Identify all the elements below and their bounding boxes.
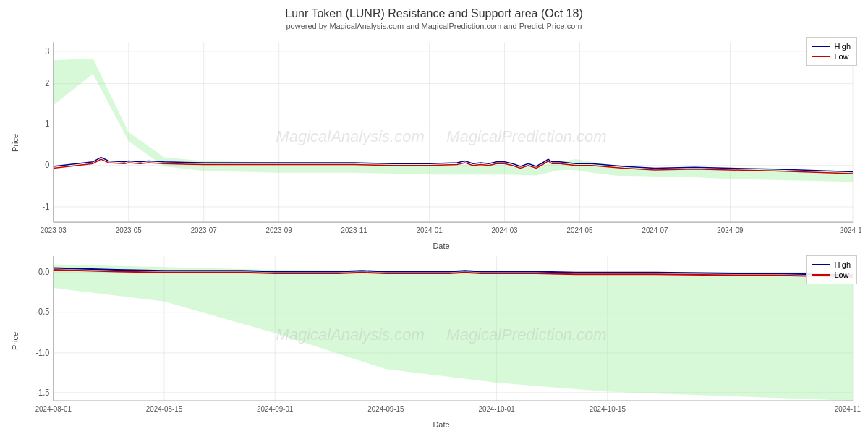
page-subtitle: powered by MagicalAnalysis.com and Magic…	[7, 22, 861, 30]
svg-text:2024-07: 2024-07	[642, 225, 668, 234]
bottom-legend-high-line	[812, 264, 830, 265]
top-chart-svg-area: High Low MagicalAnalysis.com MagicalPred…	[22, 33, 861, 240]
svg-text:2024-09-01: 2024-09-01	[257, 404, 293, 413]
legend-high-item: High	[812, 42, 851, 51]
bottom-chart-container: Price High Low MagicalAnalysis.	[7, 252, 861, 430]
svg-text:2023-09: 2023-09	[266, 225, 292, 234]
bottom-legend-low-label: Low	[834, 271, 848, 279]
svg-text:-1.5: -1.5	[35, 387, 49, 397]
svg-text:2023-07: 2023-07	[191, 225, 217, 234]
svg-text:2023-03: 2023-03	[41, 225, 67, 234]
svg-text:2024-08-15: 2024-08-15	[146, 404, 182, 413]
legend-low-line	[812, 56, 830, 57]
bottom-chart-svg-area: High Low MagicalAnalysis.com MagicalPred…	[22, 252, 861, 419]
bottom-y-axis-label: Price	[7, 252, 22, 430]
svg-text:1: 1	[45, 119, 49, 129]
svg-text:2024-09-15: 2024-09-15	[367, 404, 404, 413]
bottom-legend-high-label: High	[834, 260, 851, 269]
svg-rect-0	[54, 42, 853, 222]
legend-high-line	[812, 46, 830, 47]
legend-high-label: High	[834, 42, 851, 51]
bottom-legend-low-item: Low	[812, 271, 851, 279]
bottom-legend-low-line	[812, 274, 830, 276]
svg-text:-1: -1	[43, 201, 50, 211]
svg-text:2024-08-01: 2024-08-01	[35, 404, 72, 413]
svg-text:2023-05: 2023-05	[116, 225, 142, 234]
svg-text:-0.5: -0.5	[35, 307, 49, 317]
bottom-chart-legend: High Low	[806, 255, 857, 284]
svg-marker-59	[54, 264, 853, 401]
bottom-x-axis-label: Date	[22, 419, 861, 430]
svg-text:2024-11-01: 2024-11-01	[835, 404, 861, 413]
svg-text:-1.0: -1.0	[35, 347, 49, 357]
svg-text:2: 2	[45, 78, 49, 88]
top-x-axis-label: Date	[22, 240, 861, 252]
svg-text:2024-10-15: 2024-10-15	[590, 404, 626, 413]
svg-text:2024-11: 2024-11	[840, 225, 861, 234]
svg-text:2024-01: 2024-01	[417, 225, 443, 234]
top-chart-svg: 3 2 1 0 -1 2023-03 2023-05 2023-07 2023-…	[22, 33, 861, 240]
top-chart-legend: High Low	[806, 37, 857, 66]
top-y-axis-label: Price	[7, 33, 22, 252]
svg-text:2024-09: 2024-09	[717, 225, 743, 234]
svg-text:0.0: 0.0	[38, 267, 50, 277]
charts-wrapper: Price High Low MagicalAnalysis.	[7, 33, 861, 430]
bottom-chart-inner: High Low MagicalAnalysis.com MagicalPred…	[22, 252, 861, 430]
svg-text:2024-05: 2024-05	[566, 225, 592, 234]
svg-text:2024-03: 2024-03	[491, 225, 517, 234]
bottom-legend-high-item: High	[812, 260, 851, 269]
main-container: Lunr Token (LUNR) Resistance and Support…	[0, 0, 868, 434]
svg-text:2024-10-01: 2024-10-01	[478, 404, 514, 413]
svg-text:2023-11: 2023-11	[341, 225, 367, 234]
svg-text:3: 3	[45, 46, 49, 56]
top-chart-container: Price High Low MagicalAnalysis.	[7, 33, 861, 252]
svg-text:0: 0	[45, 160, 50, 170]
top-chart-inner: High Low MagicalAnalysis.com MagicalPred…	[22, 33, 861, 252]
page-title: Lunr Token (LUNR) Resistance and Support…	[7, 7, 861, 20]
legend-low-item: Low	[812, 52, 851, 61]
bottom-chart-svg: 0.0 -0.5 -1.0 -1.5 2024-08-01 2024-08-15…	[22, 252, 861, 419]
legend-low-label: Low	[834, 52, 848, 61]
